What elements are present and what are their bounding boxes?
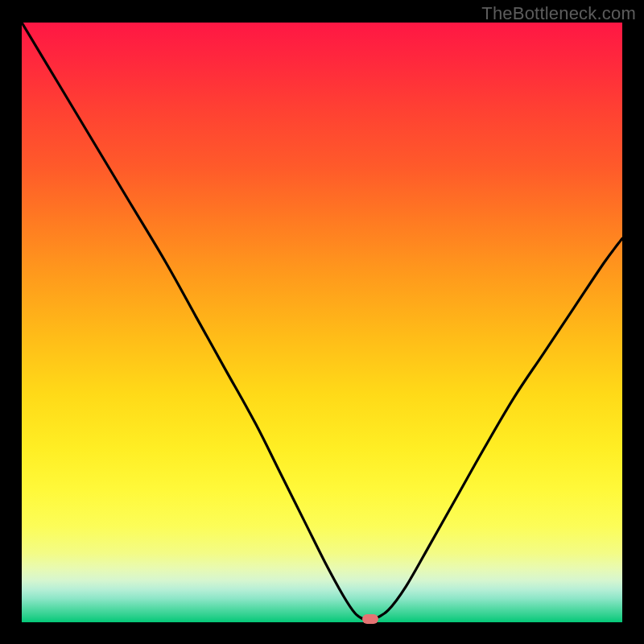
bottleneck-curve [22,23,622,622]
curve-path [22,23,622,621]
optimal-marker [362,614,378,624]
watermark-text: TheBottleneck.com [481,3,636,24]
chart-frame: TheBottleneck.com [0,0,644,644]
